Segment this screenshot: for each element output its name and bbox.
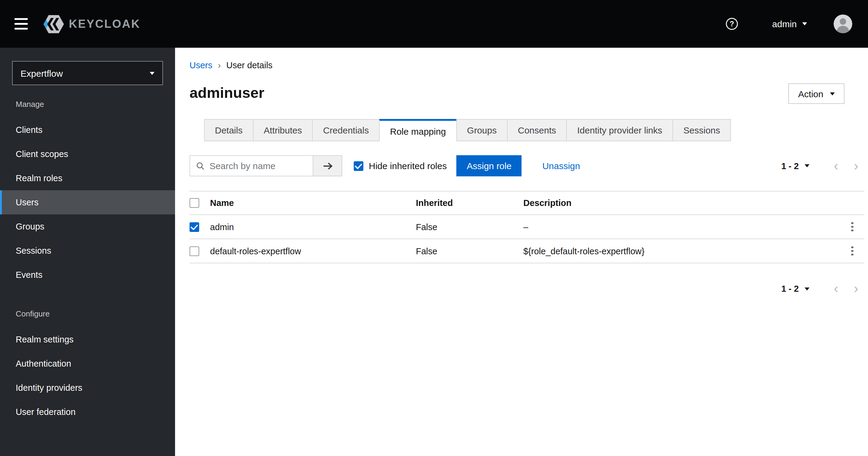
- search-by-name-field[interactable]: [210, 161, 307, 171]
- pagination-prev-button[interactable]: ‹: [834, 159, 838, 172]
- hide-inherited-roles-label[interactable]: Hide inherited roles: [369, 161, 447, 171]
- role-name: default-roles-expertflow: [210, 246, 416, 256]
- row-checkbox[interactable]: [189, 246, 199, 256]
- realm-selector[interactable]: Expertflow: [12, 61, 163, 85]
- breadcrumb: Users › User details: [189, 59, 868, 71]
- help-icon[interactable]: ?: [725, 18, 738, 30]
- kebab-menu-icon[interactable]: [848, 244, 856, 258]
- svg-text:?: ?: [730, 20, 734, 28]
- pagination-next-button[interactable]: ›: [854, 282, 858, 295]
- column-header-description: Description: [523, 198, 840, 208]
- sidebar-item-users[interactable]: Users: [0, 190, 175, 215]
- role-inherited: False: [416, 222, 523, 232]
- nav-section-manage: Manage: [0, 99, 175, 110]
- search-input[interactable]: [189, 155, 313, 176]
- hide-inherited-roles-checkbox[interactable]: [354, 161, 363, 171]
- tab-consents[interactable]: Consents: [507, 119, 567, 141]
- sidebar-item-sessions[interactable]: Sessions: [0, 238, 175, 263]
- chevron-down-icon: [802, 22, 807, 25]
- column-header-name: Name: [210, 198, 416, 208]
- column-header-inherited: Inherited: [416, 198, 523, 208]
- search-icon: [196, 161, 205, 171]
- username: admin: [772, 19, 797, 29]
- tab-details[interactable]: Details: [204, 119, 253, 141]
- sidebar: Expertflow Manage Clients Client scopes …: [0, 48, 175, 456]
- masthead: KEYCLOAK ? admin: [0, 0, 868, 48]
- role-description: ${role_default-roles-expertflow}: [523, 246, 840, 256]
- keycloak-admin-console: KEYCLOAK ? admin: [0, 0, 868, 456]
- pagination-range: 1 - 2: [781, 161, 799, 171]
- role-name: admin: [210, 222, 416, 232]
- pagination-nav: ‹ ›: [834, 282, 858, 295]
- chevron-down-icon: [805, 287, 810, 290]
- nav-toggle-hamburger-icon[interactable]: [14, 17, 28, 31]
- avatar[interactable]: [834, 15, 852, 33]
- role-description: –: [523, 222, 840, 232]
- tab-groups[interactable]: Groups: [456, 119, 507, 141]
- sidebar-item-groups[interactable]: Groups: [0, 215, 175, 238]
- page-title: adminuser: [189, 84, 868, 102]
- chevron-down-icon: [830, 92, 835, 95]
- keycloak-logo-icon: [43, 15, 64, 33]
- hamburger-bar: [14, 28, 28, 30]
- sidebar-item-events[interactable]: Events: [0, 263, 175, 287]
- nav-list-manage: Clients Client scopes Realm roles Users …: [0, 118, 175, 287]
- chevron-down-icon: [150, 72, 155, 75]
- arrow-right-icon: [322, 162, 333, 170]
- table-row: admin False –: [189, 215, 864, 239]
- role-inherited: False: [416, 246, 523, 256]
- brand-wordmark: KEYCLOAK: [69, 17, 140, 30]
- sidebar-item-user-federation[interactable]: User federation: [0, 400, 175, 424]
- row-checkbox[interactable]: [189, 222, 199, 232]
- realm-name: Expertflow: [21, 68, 63, 78]
- main-content: Users › User details adminuser Action De…: [175, 48, 868, 456]
- sidebar-item-realm-settings[interactable]: Realm settings: [0, 327, 175, 351]
- tab-credentials[interactable]: Credentials: [312, 119, 380, 141]
- table-header-row: Name Inherited Description: [189, 191, 864, 215]
- pagination-range: 1 - 2: [781, 284, 799, 293]
- tab-attributes[interactable]: Attributes: [253, 119, 313, 141]
- pagination-prev-button[interactable]: ‹: [834, 282, 838, 295]
- nav-list-configure: Realm settings Authentication Identity p…: [0, 327, 175, 424]
- role-mapping-table: Name Inherited Description admin False –…: [189, 191, 864, 263]
- tab-role-mapping[interactable]: Role mapping: [379, 119, 457, 141]
- breadcrumb-current: User details: [226, 60, 273, 70]
- sidebar-item-realm-roles[interactable]: Realm roles: [0, 166, 175, 190]
- assign-role-button[interactable]: Assign role: [457, 155, 522, 176]
- sidebar-item-identity-providers[interactable]: Identity providers: [0, 376, 175, 400]
- pagination-menu-toggle[interactable]: 1 - 2: [781, 161, 810, 171]
- nav-section-configure: Configure: [0, 309, 175, 319]
- hamburger-bar: [14, 23, 28, 25]
- search-submit-button[interactable]: [313, 155, 342, 176]
- keycloak-logo: KEYCLOAK: [43, 15, 140, 33]
- table-row: default-roles-expertflow False ${role_de…: [189, 239, 864, 263]
- action-dropdown-button[interactable]: Action: [788, 83, 844, 104]
- user-dropdown[interactable]: admin: [772, 19, 807, 29]
- hamburger-bar: [14, 18, 28, 20]
- pagination-nav: ‹ ›: [834, 159, 858, 172]
- role-mapping-toolbar: Hide inherited roles Assign role Unassig…: [189, 155, 868, 176]
- kebab-menu-icon[interactable]: [848, 219, 856, 234]
- pagination-next-button[interactable]: ›: [854, 159, 858, 172]
- pagination-bottom: 1 - 2 ‹ ›: [189, 280, 868, 298]
- pagination-menu-toggle[interactable]: 1 - 2: [781, 284, 810, 293]
- masthead-right: ? admin: [725, 15, 852, 33]
- breadcrumb-users-link[interactable]: Users: [189, 60, 213, 70]
- tabs: Details Attributes Credentials Role mapp…: [204, 119, 868, 141]
- tab-sessions[interactable]: Sessions: [673, 119, 731, 141]
- pagination-top: 1 - 2 ‹ ›: [781, 159, 858, 172]
- tab-identity-provider-links[interactable]: Identity provider links: [566, 119, 673, 141]
- sidebar-item-client-scopes[interactable]: Client scopes: [0, 142, 175, 166]
- action-label: Action: [798, 88, 823, 99]
- sidebar-item-authentication[interactable]: Authentication: [0, 351, 175, 376]
- unassign-link[interactable]: Unassign: [542, 161, 580, 171]
- sidebar-item-clients[interactable]: Clients: [0, 118, 175, 142]
- chevron-down-icon: [805, 164, 810, 167]
- breadcrumb-divider-icon: ›: [218, 60, 221, 70]
- select-all-checkbox[interactable]: [189, 198, 199, 208]
